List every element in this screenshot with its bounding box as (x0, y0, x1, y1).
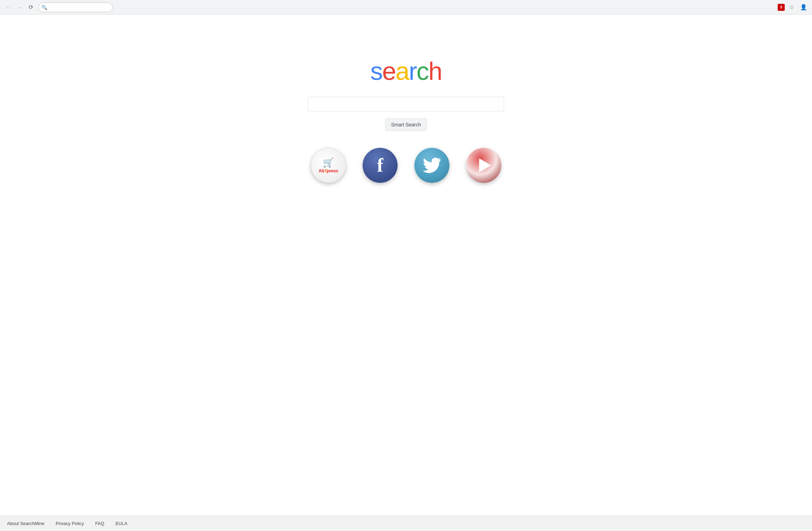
logo-letter-c: c (416, 57, 428, 85)
bookmark-button[interactable]: ☆ (787, 2, 797, 12)
search-icon: 🔍 (41, 5, 47, 10)
smart-search-button[interactable]: Smart Search (385, 118, 427, 131)
forward-button[interactable]: → (15, 2, 24, 12)
logo-letter-e: e (382, 57, 396, 85)
profile-button[interactable]: 👤 (799, 2, 808, 12)
search-input[interactable] (308, 97, 504, 111)
page-content: search Smart Search 🛒 Ali𝓧press f (0, 15, 812, 516)
footer-link-about[interactable]: About SearchMine (7, 521, 44, 526)
search-input-wrapper (308, 97, 504, 111)
logo-letter-s: s (370, 57, 382, 85)
nav-buttons: ← → ⟳ (4, 2, 36, 12)
browser-chrome: ← → ⟳ 🔍 S ☆ 👤 (0, 0, 812, 15)
logo-letter-r: r (409, 57, 416, 85)
footer-link-privacy[interactable]: Privacy Policy (56, 521, 84, 526)
aliexpress-label: Ali𝓧press (318, 168, 338, 174)
twitter-bird-icon (423, 158, 441, 173)
logo-letter-a: a (396, 57, 409, 85)
shortcuts-row: 🛒 Ali𝓧press f (311, 148, 501, 183)
footer-link-faq[interactable]: FAQ (95, 521, 104, 526)
facebook-f-icon: f (377, 154, 383, 176)
shortcut-youtube[interactable] (466, 148, 501, 183)
youtube-play-icon (479, 158, 491, 172)
shortcut-twitter[interactable] (414, 148, 449, 183)
page-footer: About SearchMine Privacy Policy FAQ EULA (0, 516, 812, 531)
back-button[interactable]: ← (4, 2, 13, 12)
reload-button[interactable]: ⟳ (26, 2, 36, 12)
address-bar-wrapper: 🔍 (38, 2, 775, 12)
aliexpress-cart-icon: 🛒 (323, 157, 334, 168)
shortcut-facebook[interactable]: f (363, 148, 398, 183)
shortcut-aliexpress[interactable]: 🛒 Ali𝓧press (311, 148, 346, 183)
footer-link-eula[interactable]: EULA (115, 521, 127, 526)
address-bar-input[interactable] (38, 2, 113, 12)
extension-icon[interactable]: S (778, 4, 785, 11)
site-logo: search (370, 57, 442, 85)
logo-letter-h: h (428, 57, 442, 85)
toolbar-right: S ☆ 👤 (778, 2, 808, 12)
